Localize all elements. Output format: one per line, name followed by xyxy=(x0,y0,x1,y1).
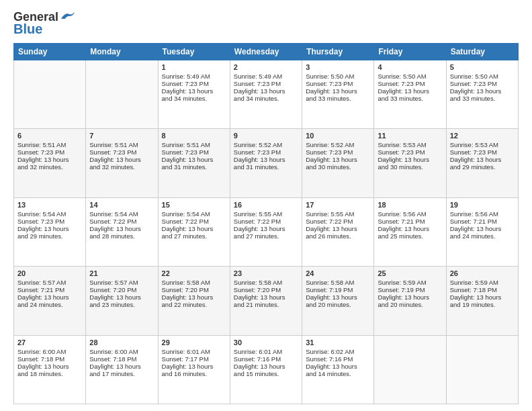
day-info: Sunrise: 5:58 AM xyxy=(234,279,298,286)
header: General Blue xyxy=(13,11,519,36)
day-info: and 23 minutes. xyxy=(89,301,154,308)
calendar-cell: 28Sunrise: 6:00 AMSunset: 7:18 PMDayligh… xyxy=(86,335,158,404)
day-info: Daylight: 13 hours xyxy=(450,156,515,163)
day-info: Sunrise: 5:54 AM xyxy=(162,210,226,218)
calendar-cell: 8Sunrise: 5:51 AMSunset: 7:23 PMDaylight… xyxy=(158,129,230,197)
day-info: Sunset: 7:16 PM xyxy=(234,355,298,363)
day-info: Sunset: 7:16 PM xyxy=(306,355,370,363)
calendar-cell: 26Sunrise: 5:59 AMSunset: 7:18 PMDayligh… xyxy=(446,267,518,335)
day-info: Daylight: 13 hours xyxy=(89,363,154,370)
day-info: Sunrise: 5:56 AM xyxy=(450,210,515,218)
day-number: 14 xyxy=(89,201,154,209)
day-info: and 34 minutes. xyxy=(162,95,226,102)
day-info: and 33 minutes. xyxy=(306,95,370,102)
day-info: and 34 minutes. xyxy=(234,95,298,102)
calendar-cell: 27Sunrise: 6:00 AMSunset: 7:18 PMDayligh… xyxy=(14,335,86,404)
day-info: and 24 minutes. xyxy=(17,301,82,308)
day-info: Daylight: 13 hours xyxy=(378,293,442,301)
day-info: Sunrise: 5:59 AM xyxy=(378,279,442,286)
day-info: Sunset: 7:23 PM xyxy=(17,218,82,225)
day-number: 6 xyxy=(17,132,82,140)
day-info: Daylight: 13 hours xyxy=(450,87,515,95)
calendar-cell: 13Sunrise: 5:54 AMSunset: 7:23 PMDayligh… xyxy=(14,197,86,266)
day-info: Sunset: 7:17 PM xyxy=(162,355,226,363)
day-info: Daylight: 13 hours xyxy=(450,225,515,232)
day-info: and 18 minutes. xyxy=(17,370,82,377)
day-info: Sunset: 7:21 PM xyxy=(450,218,515,225)
day-info: Sunset: 7:23 PM xyxy=(17,148,82,156)
calendar-cell: 31Sunrise: 6:02 AMSunset: 7:16 PMDayligh… xyxy=(302,335,374,404)
day-info: and 29 minutes. xyxy=(17,232,82,240)
day-info: and 29 minutes. xyxy=(450,163,515,171)
day-info: and 20 minutes. xyxy=(306,301,370,308)
day-number: 17 xyxy=(306,201,370,209)
calendar-cell xyxy=(86,60,158,128)
day-info: and 17 minutes. xyxy=(89,370,154,377)
day-info: Sunrise: 5:51 AM xyxy=(89,141,154,148)
day-info: Sunrise: 5:57 AM xyxy=(89,279,154,286)
calendar-cell: 29Sunrise: 6:01 AMSunset: 7:17 PMDayligh… xyxy=(158,335,230,404)
day-info: Sunrise: 5:55 AM xyxy=(306,210,370,218)
day-info: Sunset: 7:23 PM xyxy=(234,148,298,156)
logo-blue: Blue xyxy=(13,21,42,36)
day-number: 20 xyxy=(17,269,82,277)
logo-bird-icon xyxy=(60,11,75,21)
day-number: 4 xyxy=(378,63,442,71)
day-info: Sunset: 7:23 PM xyxy=(450,148,515,156)
calendar-cell: 2Sunrise: 5:49 AMSunset: 7:23 PMDaylight… xyxy=(230,60,302,128)
calendar-cell: 20Sunrise: 5:57 AMSunset: 7:21 PMDayligh… xyxy=(14,267,86,335)
day-info: Sunrise: 5:51 AM xyxy=(17,141,82,148)
day-number: 19 xyxy=(450,201,515,209)
calendar-week-row: 20Sunrise: 5:57 AMSunset: 7:21 PMDayligh… xyxy=(14,267,519,335)
calendar-cell: 7Sunrise: 5:51 AMSunset: 7:23 PMDaylight… xyxy=(86,129,158,197)
day-info: Daylight: 13 hours xyxy=(306,225,370,232)
calendar-cell: 4Sunrise: 5:50 AMSunset: 7:23 PMDaylight… xyxy=(374,60,446,128)
day-info: and 25 minutes. xyxy=(378,232,442,240)
day-number: 30 xyxy=(234,338,298,347)
weekday-header-sunday: Sunday xyxy=(14,43,86,60)
day-info: Sunset: 7:23 PM xyxy=(378,80,442,87)
day-info: Sunrise: 5:51 AM xyxy=(162,141,226,148)
day-number: 28 xyxy=(89,338,154,347)
day-number: 29 xyxy=(162,338,226,347)
day-info: Daylight: 13 hours xyxy=(89,293,154,301)
day-info: Sunrise: 5:50 AM xyxy=(306,73,370,80)
day-number: 11 xyxy=(378,132,442,140)
day-info: Daylight: 13 hours xyxy=(234,293,298,301)
day-info: and 26 minutes. xyxy=(306,232,370,240)
day-info: and 32 minutes. xyxy=(17,163,82,171)
day-info: and 32 minutes. xyxy=(89,163,154,171)
day-info: Sunset: 7:23 PM xyxy=(162,80,226,87)
day-info: and 20 minutes. xyxy=(378,301,442,308)
day-number: 7 xyxy=(89,132,154,140)
day-number: 25 xyxy=(378,269,442,277)
calendar-cell: 16Sunrise: 5:55 AMSunset: 7:22 PMDayligh… xyxy=(230,197,302,266)
day-info: Sunrise: 6:01 AM xyxy=(162,348,226,355)
calendar-cell: 11Sunrise: 5:53 AMSunset: 7:23 PMDayligh… xyxy=(374,129,446,197)
calendar-cell xyxy=(374,335,446,404)
day-number: 2 xyxy=(234,63,298,71)
day-info: Sunset: 7:19 PM xyxy=(378,286,442,293)
day-number: 22 xyxy=(162,269,226,277)
day-number: 5 xyxy=(450,63,515,71)
day-info: and 33 minutes. xyxy=(378,95,442,102)
day-info: Daylight: 13 hours xyxy=(89,225,154,232)
day-info: Daylight: 13 hours xyxy=(306,363,370,370)
day-info: Daylight: 13 hours xyxy=(89,156,154,163)
calendar-table: SundayMondayTuesdayWednesdayThursdayFrid… xyxy=(13,43,519,404)
day-number: 13 xyxy=(17,201,82,209)
calendar-cell: 10Sunrise: 5:52 AMSunset: 7:23 PMDayligh… xyxy=(302,129,374,197)
calendar-week-row: 1Sunrise: 5:49 AMSunset: 7:23 PMDaylight… xyxy=(14,60,519,128)
day-number: 27 xyxy=(17,338,82,347)
day-info: Sunrise: 5:50 AM xyxy=(378,73,442,80)
calendar-cell: 12Sunrise: 5:53 AMSunset: 7:23 PMDayligh… xyxy=(446,129,518,197)
day-number: 12 xyxy=(450,132,515,140)
calendar-cell: 3Sunrise: 5:50 AMSunset: 7:23 PMDaylight… xyxy=(302,60,374,128)
day-info: Sunset: 7:22 PM xyxy=(162,218,226,225)
day-number: 1 xyxy=(162,63,226,71)
day-info: Daylight: 13 hours xyxy=(306,156,370,163)
calendar-week-row: 6Sunrise: 5:51 AMSunset: 7:23 PMDaylight… xyxy=(14,129,519,197)
day-info: Sunset: 7:21 PM xyxy=(378,218,442,225)
day-info: Sunset: 7:22 PM xyxy=(306,218,370,225)
day-info: Daylight: 13 hours xyxy=(234,156,298,163)
